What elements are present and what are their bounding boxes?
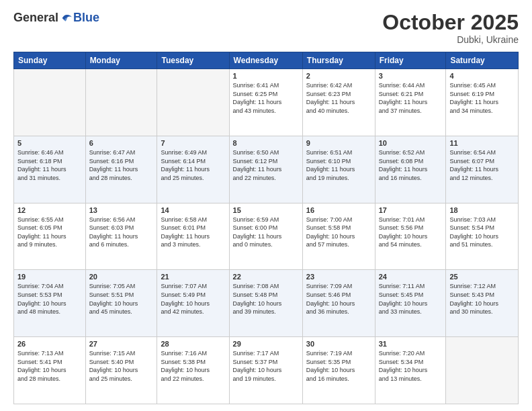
day-number: 29: [233, 340, 299, 348]
day-info: Sunrise: 6:46 AM Sunset: 6:18 PM Dayligh…: [17, 148, 82, 182]
day-number: 30: [306, 340, 371, 348]
day-info: Sunrise: 6:50 AM Sunset: 6:12 PM Dayligh…: [233, 148, 299, 182]
logo: General Blue: [13, 11, 99, 25]
day-number: 11: [449, 139, 515, 147]
calendar-cell: 12Sunrise: 6:55 AM Sunset: 6:05 PM Dayli…: [14, 203, 86, 270]
day-info: Sunrise: 7:01 AM Sunset: 5:56 PM Dayligh…: [379, 216, 443, 249]
calendar-cell: 24Sunrise: 7:11 AM Sunset: 5:45 PM Dayli…: [375, 270, 446, 337]
weekday-header-sunday: Sunday: [14, 52, 86, 69]
day-number: 19: [17, 273, 82, 281]
calendar-cell: 13Sunrise: 6:56 AM Sunset: 6:03 PM Dayli…: [85, 203, 157, 270]
day-number: 25: [449, 273, 515, 281]
day-number: 8: [233, 139, 299, 147]
day-number: 18: [449, 206, 515, 214]
weekday-header-thursday: Thursday: [302, 52, 375, 69]
calendar-cell: 11Sunrise: 6:54 AM Sunset: 6:07 PM Dayli…: [446, 136, 519, 203]
weekday-header-saturday: Saturday: [446, 52, 519, 69]
day-info: Sunrise: 6:41 AM Sunset: 6:25 PM Dayligh…: [233, 81, 299, 115]
day-number: 16: [306, 206, 371, 214]
day-number: 13: [89, 206, 154, 214]
day-number: 4: [449, 72, 515, 80]
day-number: 10: [379, 139, 443, 147]
day-info: Sunrise: 6:44 AM Sunset: 6:21 PM Dayligh…: [379, 81, 443, 115]
day-number: 21: [161, 273, 225, 281]
day-info: Sunrise: 7:05 AM Sunset: 5:51 PM Dayligh…: [89, 282, 154, 316]
calendar-week-row-4: 19Sunrise: 7:04 AM Sunset: 5:53 PM Dayli…: [14, 270, 519, 337]
calendar-cell: [446, 337, 519, 404]
weekday-header-row: SundayMondayTuesdayWednesdayThursdayFrid…: [14, 52, 519, 69]
calendar-cell: 15Sunrise: 6:59 AM Sunset: 6:00 PM Dayli…: [229, 203, 302, 270]
calendar-cell: 26Sunrise: 7:13 AM Sunset: 5:41 PM Dayli…: [14, 337, 86, 404]
calendar-cell: 19Sunrise: 7:04 AM Sunset: 5:53 PM Dayli…: [14, 270, 86, 337]
logo-general-text: General: [13, 11, 58, 25]
calendar-cell: 30Sunrise: 7:19 AM Sunset: 5:35 PM Dayli…: [302, 337, 375, 404]
day-number: 27: [89, 340, 154, 348]
weekday-header-monday: Monday: [85, 52, 157, 69]
day-number: 22: [233, 273, 299, 281]
logo-bird-icon: [60, 13, 73, 24]
calendar-cell: 22Sunrise: 7:08 AM Sunset: 5:48 PM Dayli…: [229, 270, 302, 337]
calendar-table: SundayMondayTuesdayWednesdayThursdayFrid…: [13, 52, 519, 404]
day-number: 20: [89, 273, 154, 281]
calendar-cell: 8Sunrise: 6:50 AM Sunset: 6:12 PM Daylig…: [229, 136, 302, 203]
calendar-cell: 1Sunrise: 6:41 AM Sunset: 6:25 PM Daylig…: [229, 69, 302, 136]
calendar-week-row-5: 26Sunrise: 7:13 AM Sunset: 5:41 PM Dayli…: [14, 337, 519, 404]
day-info: Sunrise: 7:08 AM Sunset: 5:48 PM Dayligh…: [233, 282, 299, 316]
calendar-week-row-2: 5Sunrise: 6:46 AM Sunset: 6:18 PM Daylig…: [14, 136, 519, 203]
day-number: 28: [161, 340, 225, 348]
day-info: Sunrise: 7:03 AM Sunset: 5:54 PM Dayligh…: [449, 216, 515, 249]
day-info: Sunrise: 7:20 AM Sunset: 5:34 PM Dayligh…: [379, 349, 443, 383]
day-number: 26: [17, 340, 82, 348]
day-info: Sunrise: 6:59 AM Sunset: 6:00 PM Dayligh…: [233, 216, 299, 249]
day-number: 7: [161, 139, 225, 147]
header: General Blue October 2025 Dubki, Ukraine: [13, 11, 519, 45]
day-info: Sunrise: 6:58 AM Sunset: 6:01 PM Dayligh…: [161, 216, 225, 249]
location-subtitle: Dubki, Ukraine: [382, 34, 519, 45]
logo-text: General Blue: [13, 11, 99, 25]
logo-blue-text: Blue: [73, 11, 99, 25]
calendar-cell: 18Sunrise: 7:03 AM Sunset: 5:54 PM Dayli…: [446, 203, 519, 270]
calendar-cell: 21Sunrise: 7:07 AM Sunset: 5:49 PM Dayli…: [157, 270, 229, 337]
day-info: Sunrise: 6:42 AM Sunset: 6:23 PM Dayligh…: [306, 81, 371, 115]
calendar-cell: 4Sunrise: 6:45 AM Sunset: 6:19 PM Daylig…: [446, 69, 519, 136]
calendar-cell: [85, 69, 157, 136]
day-info: Sunrise: 7:16 AM Sunset: 5:38 PM Dayligh…: [161, 349, 225, 383]
day-info: Sunrise: 6:55 AM Sunset: 6:05 PM Dayligh…: [17, 216, 82, 249]
day-number: 6: [89, 139, 154, 147]
page: General Blue October 2025 Dubki, Ukraine…: [0, 0, 532, 411]
day-info: Sunrise: 6:47 AM Sunset: 6:16 PM Dayligh…: [89, 148, 154, 182]
calendar-week-row-3: 12Sunrise: 6:55 AM Sunset: 6:05 PM Dayli…: [14, 203, 519, 270]
day-info: Sunrise: 7:12 AM Sunset: 5:43 PM Dayligh…: [449, 282, 515, 316]
day-info: Sunrise: 7:13 AM Sunset: 5:41 PM Dayligh…: [17, 349, 82, 383]
day-info: Sunrise: 7:07 AM Sunset: 5:49 PM Dayligh…: [161, 282, 225, 316]
calendar-cell: 5Sunrise: 6:46 AM Sunset: 6:18 PM Daylig…: [14, 136, 86, 203]
day-number: 9: [306, 139, 371, 147]
day-info: Sunrise: 7:19 AM Sunset: 5:35 PM Dayligh…: [306, 349, 371, 383]
day-number: 2: [306, 72, 371, 80]
calendar-cell: 20Sunrise: 7:05 AM Sunset: 5:51 PM Dayli…: [85, 270, 157, 337]
title-block: October 2025 Dubki, Ukraine: [382, 11, 519, 45]
calendar-cell: 6Sunrise: 6:47 AM Sunset: 6:16 PM Daylig…: [85, 136, 157, 203]
day-number: 3: [379, 72, 443, 80]
calendar-cell: 9Sunrise: 6:51 AM Sunset: 6:10 PM Daylig…: [302, 136, 375, 203]
calendar-cell: 25Sunrise: 7:12 AM Sunset: 5:43 PM Dayli…: [446, 270, 519, 337]
calendar-cell: 28Sunrise: 7:16 AM Sunset: 5:38 PM Dayli…: [157, 337, 229, 404]
day-info: Sunrise: 7:04 AM Sunset: 5:53 PM Dayligh…: [17, 282, 82, 316]
day-info: Sunrise: 7:00 AM Sunset: 5:58 PM Dayligh…: [306, 216, 371, 249]
day-info: Sunrise: 6:51 AM Sunset: 6:10 PM Dayligh…: [306, 148, 371, 182]
calendar-cell: 27Sunrise: 7:15 AM Sunset: 5:40 PM Dayli…: [85, 337, 157, 404]
day-info: Sunrise: 7:11 AM Sunset: 5:45 PM Dayligh…: [379, 282, 443, 316]
day-number: 17: [379, 206, 443, 214]
day-number: 14: [161, 206, 225, 214]
day-info: Sunrise: 6:49 AM Sunset: 6:14 PM Dayligh…: [161, 148, 225, 182]
calendar-cell: 29Sunrise: 7:17 AM Sunset: 5:37 PM Dayli…: [229, 337, 302, 404]
weekday-header-friday: Friday: [375, 52, 446, 69]
calendar-cell: [157, 69, 229, 136]
day-number: 12: [17, 206, 82, 214]
day-info: Sunrise: 6:52 AM Sunset: 6:08 PM Dayligh…: [379, 148, 443, 182]
calendar-cell: 23Sunrise: 7:09 AM Sunset: 5:46 PM Dayli…: [302, 270, 375, 337]
calendar-cell: 14Sunrise: 6:58 AM Sunset: 6:01 PM Dayli…: [157, 203, 229, 270]
calendar-cell: 31Sunrise: 7:20 AM Sunset: 5:34 PM Dayli…: [375, 337, 446, 404]
day-number: 23: [306, 273, 371, 281]
day-number: 24: [379, 273, 443, 281]
